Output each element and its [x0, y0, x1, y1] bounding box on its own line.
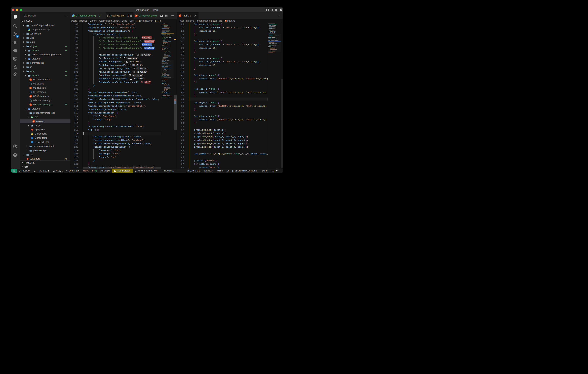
svg-text:R: R — [30, 79, 32, 81]
svg-text:R: R — [225, 20, 226, 22]
svg-text:R: R — [33, 120, 34, 122]
svg-text:{…}: {…} — [136, 20, 140, 22]
svg-text:R: R — [30, 104, 32, 106]
svg-text:R: R — [179, 15, 181, 17]
svg-text:{…}: {…} — [155, 20, 158, 22]
svg-text:R: R — [30, 87, 32, 89]
svg-text:R: R — [30, 95, 32, 97]
svg-text:{…}: {…} — [107, 15, 110, 17]
svg-text:R: R — [136, 15, 137, 17]
